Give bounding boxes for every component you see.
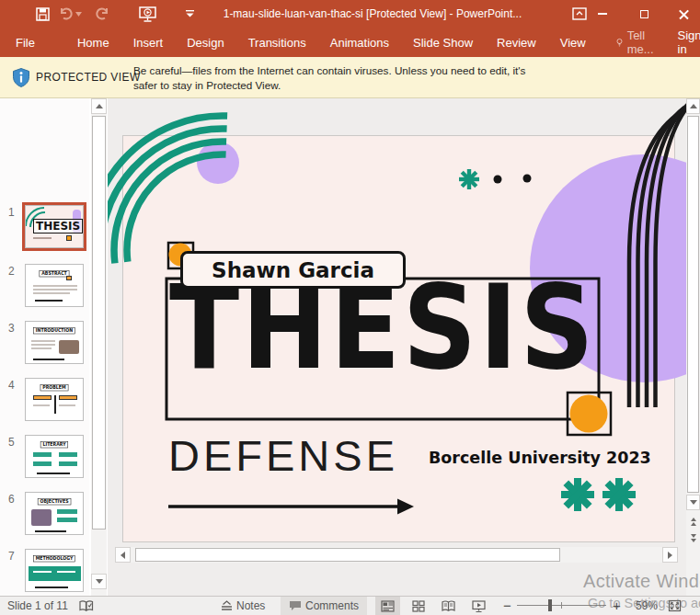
thumbnail-image-1[interactable]: THESIS bbox=[25, 205, 84, 248]
redo-icon[interactable] bbox=[92, 6, 110, 22]
tell-me-label: Tell me... bbox=[627, 28, 658, 56]
undo-icon[interactable] bbox=[57, 6, 75, 22]
comments-button[interactable]: Comments bbox=[281, 597, 367, 615]
activate-windows-watermark-line2: Go to Settings to activate Windows. bbox=[588, 596, 700, 610]
slide-show-view-button[interactable] bbox=[466, 597, 491, 615]
notes-button[interactable]: Notes bbox=[221, 597, 265, 615]
tab-slide-show[interactable]: Slide Show bbox=[401, 28, 485, 57]
previous-slide-icon[interactable] bbox=[686, 514, 700, 530]
h-scroll-right-icon[interactable] bbox=[662, 547, 678, 563]
v-scroll-thumb[interactable] bbox=[687, 116, 699, 493]
tab-animations[interactable]: Animations bbox=[318, 28, 401, 57]
tab-view[interactable]: View bbox=[548, 28, 598, 57]
thumbnail-scrollbar[interactable] bbox=[91, 98, 107, 596]
reading-view-button[interactable] bbox=[436, 597, 461, 615]
mini-title-1: THESIS bbox=[33, 219, 83, 233]
tab-file[interactable]: File bbox=[0, 28, 49, 57]
window-title: 1-mau-slide-luan-van-thac-si [Protected … bbox=[212, 0, 534, 28]
zoom-slider-tick bbox=[561, 602, 562, 609]
thumb-scroll-thumb[interactable] bbox=[92, 116, 106, 530]
mini-orange-dot bbox=[66, 235, 72, 241]
normal-view-button[interactable] bbox=[375, 597, 400, 615]
comments-label: Comments bbox=[305, 599, 359, 612]
thumbnail-image-6[interactable]: OBJECTIVES bbox=[25, 492, 84, 535]
notes-icon bbox=[221, 600, 233, 611]
v-scroll-down-icon[interactable] bbox=[686, 495, 700, 510]
thumbnail-image-3[interactable]: INTRODUCTION bbox=[25, 321, 84, 364]
lightbulb-icon bbox=[616, 36, 623, 50]
protected-view-message: Be careful—files from the Internet can c… bbox=[133, 63, 566, 92]
undo-dropdown-icon[interactable] bbox=[74, 6, 83, 22]
tab-review[interactable]: Review bbox=[485, 28, 548, 57]
tab-insert[interactable]: Insert bbox=[121, 28, 176, 57]
protected-view-label: PROTECTED VIEW bbox=[36, 71, 141, 84]
slide-canvas[interactable]: THESIS Shawn Garcia DEFENSE Borcelle Uni… bbox=[108, 98, 686, 596]
ribbon-tab-bar: File Home Insert Design Transitions Anim… bbox=[0, 28, 700, 57]
comments-icon bbox=[289, 600, 302, 611]
save-icon[interactable] bbox=[33, 6, 52, 22]
vertical-scrollbar[interactable] bbox=[686, 98, 700, 596]
thumb-scroll-down-icon[interactable] bbox=[91, 574, 107, 589]
thumbnail-image-5[interactable]: LITERARY bbox=[25, 435, 84, 478]
thumbnail-image-2[interactable]: ABSTRACT bbox=[25, 264, 84, 307]
tell-me-box[interactable]: Tell me... bbox=[611, 28, 667, 57]
minimize-button[interactable] bbox=[589, 0, 616, 28]
activate-windows-watermark: Activate Windows bbox=[583, 571, 700, 592]
next-slide-icon[interactable] bbox=[686, 530, 700, 546]
slide-thumbnail-panel: 1 THESIS 2 ABSTRACT 3 INTRODUCTION bbox=[0, 98, 89, 596]
slide-sorter-view-button[interactable] bbox=[406, 597, 430, 615]
tab-home[interactable]: Home bbox=[65, 28, 121, 57]
close-button[interactable] bbox=[670, 0, 697, 28]
tab-transitions[interactable]: Transitions bbox=[236, 28, 318, 57]
sign-in-button[interactable]: Sign in bbox=[667, 28, 700, 57]
horizontal-scrollbar[interactable] bbox=[115, 547, 678, 563]
notes-label: Notes bbox=[236, 599, 265, 612]
tab-design[interactable]: Design bbox=[175, 28, 235, 57]
title-bar: 1-mau-slide-luan-van-thac-si [Protected … bbox=[0, 0, 700, 28]
start-from-beginning-icon[interactable] bbox=[138, 6, 156, 22]
slide-author-box: Shawn Garcia bbox=[180, 251, 406, 289]
thumbnail-image-7[interactable]: METHODOLOGY bbox=[25, 549, 84, 592]
shield-icon bbox=[13, 68, 29, 87]
spell-check-icon[interactable] bbox=[79, 597, 94, 615]
v-scroll-up-icon[interactable] bbox=[686, 98, 700, 114]
customize-qat-icon[interactable] bbox=[184, 6, 195, 22]
slide-affiliation-text: Borcelle University 2023 bbox=[429, 449, 651, 467]
zoom-slider-thumb[interactable] bbox=[548, 599, 552, 611]
zoom-out-button[interactable]: − bbox=[503, 597, 511, 615]
slide-indicator: Slide 1 of 11 bbox=[7, 597, 68, 615]
protected-view-banner: PROTECTED VIEW Be careful—files from the… bbox=[0, 57, 700, 98]
h-scroll-left-icon[interactable] bbox=[115, 547, 131, 563]
thumb-scroll-up-icon[interactable] bbox=[91, 98, 107, 114]
maximize-button[interactable] bbox=[630, 0, 658, 28]
h-scroll-thumb[interactable] bbox=[135, 548, 560, 562]
thumbnail-image-4[interactable]: PROBLEM bbox=[25, 378, 84, 421]
slide-subtitle-text: DEFENSE bbox=[168, 430, 398, 481]
